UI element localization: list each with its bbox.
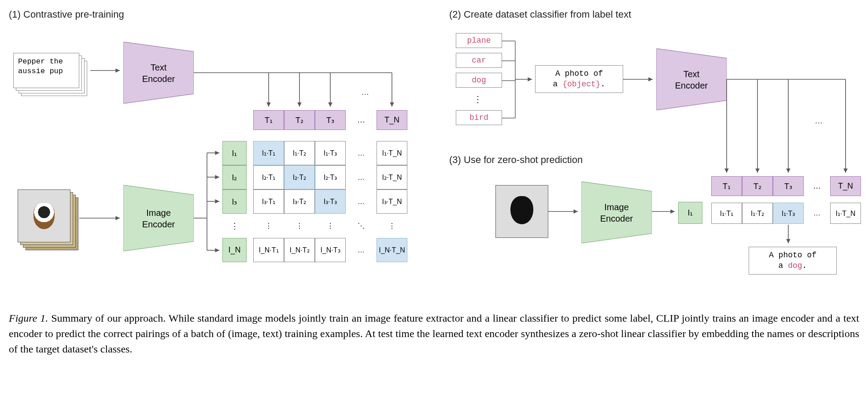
caption-text: Summary of our approach. While standard … xyxy=(9,312,859,355)
figure-number: Figure 1. xyxy=(9,312,48,324)
panel3-wires xyxy=(9,9,859,291)
figure-caption: Figure 1. Summary of our approach. While… xyxy=(9,311,859,356)
clip-overview-diagram: (1) Contrastive pre-training (2) Create … xyxy=(9,9,859,295)
